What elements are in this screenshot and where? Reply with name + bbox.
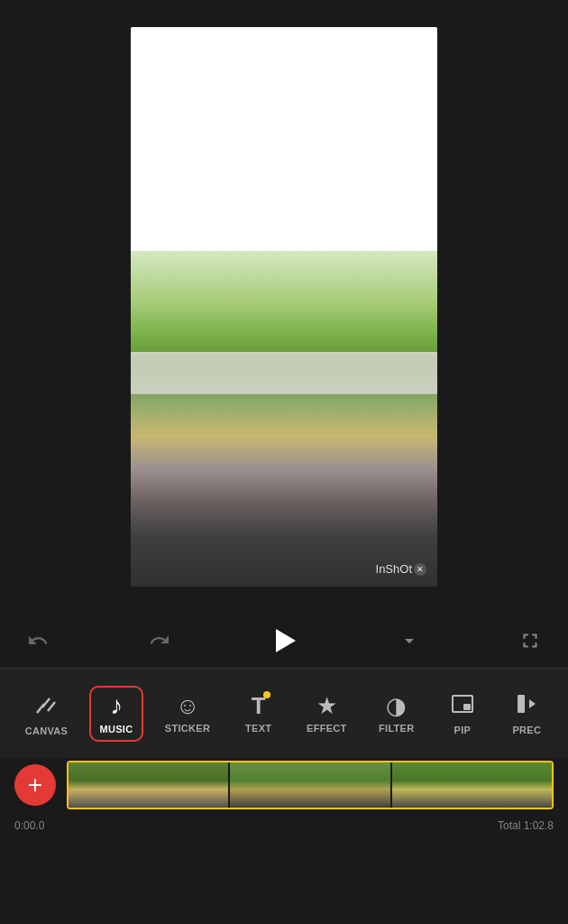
total-time: Total 1:02.8 [498, 819, 554, 832]
video-white-area [131, 27, 437, 251]
timeline-thumb-1 [69, 762, 228, 808]
toolbar-item-music[interactable]: ♪ MUSIC [89, 686, 144, 742]
toolbar-item-effect[interactable]: ★ EFFECT [296, 687, 358, 741]
add-clip-button[interactable]: + [14, 764, 56, 806]
sticker-label: STICKER [165, 723, 210, 734]
toolbar: CANVAS ♪ MUSIC ☺ STICKER T TEXT ★ EFFECT… [0, 668, 568, 758]
preset-icon [515, 692, 538, 719]
timeline-thumb-2 [230, 762, 389, 808]
pip-label: PIP [454, 725, 472, 735]
pip-icon [451, 692, 474, 719]
fullscreen-button[interactable] [514, 624, 546, 657]
timeline-area: + 0:00.0 Total 1:02.8 [0, 758, 568, 924]
video-preview: InShOt ✕ [131, 27, 437, 587]
svg-line-1 [42, 698, 50, 707]
svg-line-2 [48, 702, 55, 711]
redo-button[interactable] [143, 624, 176, 657]
timeline-bottom: 0:00.0 Total 1:02.8 [0, 812, 568, 839]
timeline-thumb-3 [392, 762, 552, 808]
watermark: InShOt ✕ [376, 562, 426, 576]
timeline-top: + [0, 758, 568, 812]
toolbar-item-preset[interactable]: PREC [499, 685, 554, 743]
filter-label: FILTER [379, 723, 414, 734]
sticker-icon: ☺ [176, 694, 200, 717]
video-scene: InShOt ✕ [131, 251, 437, 587]
toolbar-item-canvas[interactable]: CANVAS [14, 684, 78, 744]
svg-rect-6 [518, 695, 525, 713]
text-label: TEXT [245, 723, 271, 734]
toolbar-item-filter[interactable]: ◑ FILTER [368, 687, 425, 741]
preview-area: InShOt ✕ [0, 0, 568, 614]
text-icon: T [252, 694, 266, 717]
preset-label: PREC [512, 725, 541, 735]
current-time: 0:00.0 [14, 819, 44, 832]
play-button[interactable] [264, 621, 304, 661]
export-button[interactable] [393, 624, 426, 657]
play-icon [276, 629, 296, 652]
undo-button[interactable] [22, 624, 54, 657]
effect-label: EFFECT [307, 723, 347, 734]
svg-rect-5 [463, 704, 471, 710]
music-label: MUSIC [100, 724, 133, 735]
watermark-close: ✕ [414, 563, 426, 576]
filter-icon: ◑ [386, 694, 407, 717]
canvas-label: CANVAS [25, 725, 68, 736]
effect-icon: ★ [316, 694, 337, 717]
toolbar-item-pip[interactable]: PIP [435, 685, 490, 743]
canvas-icon [33, 691, 59, 720]
timeline-strip[interactable] [67, 761, 554, 809]
toolbar-item-sticker[interactable]: ☺ STICKER [154, 687, 221, 741]
controls-bar [0, 614, 568, 668]
music-icon: ♪ [110, 693, 123, 718]
add-icon: + [28, 772, 42, 798]
toolbar-item-text[interactable]: T TEXT [232, 687, 286, 741]
